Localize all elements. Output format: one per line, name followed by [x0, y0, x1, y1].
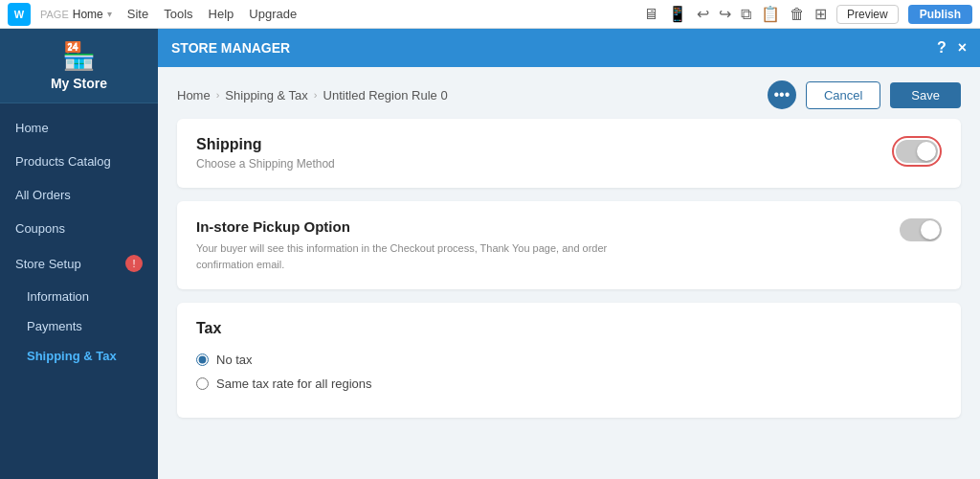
breadcrumb-shipping-tax[interactable]: Shipping & Tax: [225, 88, 308, 103]
store-manager-title: STORE MANAGER: [171, 40, 290, 56]
content-area: STORE MANAGER ? × Home › Shipping & Tax …: [158, 29, 980, 479]
save-button[interactable]: Save: [890, 82, 961, 108]
main-layout: 🏪 My Store Home Products Catalog All Ord…: [0, 29, 980, 479]
store-icon: 🏪: [0, 40, 158, 72]
chevron-down-icon[interactable]: ▾: [107, 9, 112, 19]
more-options-button[interactable]: •••: [768, 80, 796, 109]
nav-upgrade[interactable]: Upgrade: [249, 7, 297, 21]
breadcrumb-home[interactable]: Home: [177, 88, 211, 103]
nav-help[interactable]: Help: [209, 7, 234, 21]
top-nav: Site Tools Help Upgrade: [127, 7, 643, 21]
help-icon[interactable]: ?: [937, 39, 947, 57]
tax-option-same-rate[interactable]: Same tax rate for all regions: [196, 376, 942, 391]
cancel-button[interactable]: Cancel: [806, 81, 880, 109]
sidebar-item-label: Products Catalog: [15, 154, 111, 169]
tax-title: Tax: [196, 320, 942, 337]
page-info: PAGE Home ▾: [40, 8, 112, 21]
logo-icon: W: [8, 3, 31, 26]
nav-site[interactable]: Site: [127, 7, 148, 21]
shipping-toggle[interactable]: [896, 140, 938, 163]
sidebar-item-information[interactable]: Information: [0, 282, 158, 311]
sidebar-item-coupons[interactable]: Coupons: [0, 212, 158, 245]
sidebar-item-label: Coupons: [15, 221, 65, 236]
instore-card: In-store Pickup Option Your buyer will s…: [177, 201, 961, 289]
layers-icon[interactable]: ⊞: [814, 5, 827, 23]
instore-info: In-store Pickup Option Your buyer will s…: [196, 218, 617, 272]
page-label: PAGE: [40, 9, 69, 20]
tax-option-no-tax[interactable]: No tax: [196, 353, 942, 367]
shipping-subtitle: Choose a Shipping Method: [196, 157, 335, 171]
sidebar-item-products-catalog[interactable]: Products Catalog: [0, 145, 158, 178]
breadcrumb-arrow: ›: [314, 89, 318, 101]
instore-toggle-knob: [921, 220, 940, 240]
breadcrumb-bar: Home › Shipping & Tax › Untitled Region …: [158, 67, 980, 119]
desktop-icon[interactable]: 🖥: [643, 6, 658, 23]
store-name: My Store: [0, 76, 158, 91]
sidebar-item-shipping-tax[interactable]: Shipping & Tax: [0, 341, 158, 371]
sidebar-section-label: Store Setup: [15, 257, 81, 271]
undo-icon[interactable]: ↩: [697, 5, 709, 23]
sub-item-label: Shipping & Tax: [27, 349, 117, 363]
shipping-info: Shipping Choose a Shipping Method: [196, 136, 335, 171]
shipping-card: Shipping Choose a Shipping Method: [177, 119, 961, 188]
redo-icon[interactable]: ↪: [719, 5, 731, 23]
shipping-title: Shipping: [196, 136, 335, 153]
breadcrumb: Home › Shipping & Tax › Untitled Region …: [177, 88, 448, 103]
toggle-knob: [917, 142, 936, 161]
sidebar: 🏪 My Store Home Products Catalog All Ord…: [0, 29, 158, 479]
shipping-toggle-wrapper: [892, 136, 942, 167]
instore-toggle[interactable]: [900, 218, 942, 241]
sidebar-item-all-orders[interactable]: All Orders: [0, 178, 158, 212]
tax-option-label: Same tax rate for all regions: [216, 376, 372, 391]
close-icon[interactable]: ×: [958, 39, 967, 57]
store-manager-icons: ? ×: [937, 39, 967, 57]
page-name: Home: [73, 8, 103, 21]
breadcrumb-region-rule: Untitled Region Rule 0: [323, 88, 448, 103]
sidebar-item-label: All Orders: [15, 188, 71, 202]
paste-icon[interactable]: 📋: [761, 5, 780, 23]
tablet-icon[interactable]: 📱: [668, 5, 687, 23]
tax-card: Tax No tax Same tax rate for all regions: [177, 303, 961, 418]
delete-icon[interactable]: 🗑: [790, 6, 805, 23]
store-header: 🏪 My Store: [0, 29, 158, 103]
copy-icon[interactable]: ⧉: [741, 6, 751, 23]
preview-button[interactable]: Preview: [836, 5, 899, 24]
action-buttons: ••• Cancel Save: [768, 80, 961, 109]
publish-button[interactable]: Publish: [908, 5, 972, 24]
sidebar-item-payments[interactable]: Payments: [0, 311, 158, 341]
top-bar: W PAGE Home ▾ Site Tools Help Upgrade 🖥 …: [0, 0, 980, 29]
store-setup-badge: !: [125, 255, 143, 272]
nav-tools[interactable]: Tools: [164, 7, 192, 21]
sidebar-nav: Home Products Catalog All Orders Coupons…: [0, 103, 158, 378]
tax-radio-same-rate[interactable]: [196, 377, 209, 390]
toolbar-icons: 🖥 📱 ↩ ↪ ⧉ 📋 🗑 ⊞ Preview Publish: [643, 5, 972, 24]
sub-item-label: Information: [27, 289, 89, 304]
sidebar-item-label: Home: [15, 121, 49, 135]
instore-description: Your buyer will see this information in …: [196, 240, 617, 272]
instore-title: In-store Pickup Option: [196, 218, 617, 235]
sub-item-label: Payments: [27, 319, 82, 333]
scroll-area[interactable]: Home › Shipping & Tax › Untitled Region …: [158, 67, 980, 479]
sidebar-item-home[interactable]: Home: [0, 111, 158, 145]
tax-radio-no-tax[interactable]: [196, 354, 209, 366]
tax-option-label: No tax: [216, 353, 253, 367]
breadcrumb-arrow: ›: [216, 89, 220, 101]
sidebar-item-store-setup[interactable]: Store Setup !: [0, 245, 158, 282]
store-manager-bar: STORE MANAGER ? ×: [158, 29, 980, 67]
